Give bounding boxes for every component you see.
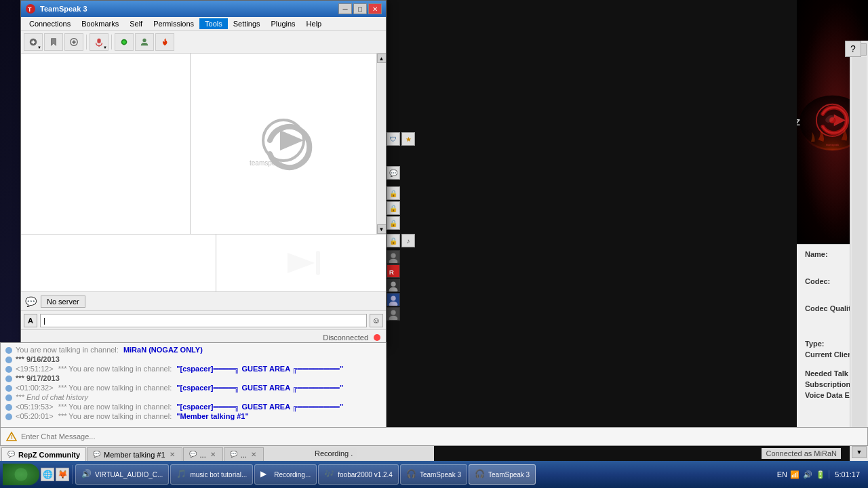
chat-channel-6: "[cspacer]════╗ GUEST AREA ╔════════" bbox=[176, 403, 343, 411]
server-icon: 💬 bbox=[25, 296, 37, 307]
tab-close-3[interactable]: ✕ bbox=[209, 451, 217, 459]
input-bar: A ☺ bbox=[21, 311, 386, 330]
avatar-5 bbox=[387, 307, 400, 321]
ts-lower bbox=[21, 235, 386, 292]
menu-connections[interactable]: Connections bbox=[24, 18, 76, 29]
systray-volume[interactable]: 🔊 bbox=[802, 469, 813, 480]
svg-text:teamspeak: teamspeak bbox=[250, 159, 283, 167]
warning-icon: ! bbox=[6, 431, 17, 442]
avatar-4 bbox=[387, 293, 400, 306]
taskbar-label-virtual-audio: VIRTUAL_AUDIO_C... bbox=[95, 471, 163, 479]
taskbar-clock[interactable]: 5:01:17 bbox=[829, 470, 860, 479]
menu-settings[interactable]: Settings bbox=[228, 18, 266, 29]
chat-line-6: <05:19:53> *** You are now talking in ch… bbox=[5, 403, 382, 411]
avatar-2: R bbox=[387, 264, 400, 278]
chat-channel-4: "[cspacer]════╗ GUEST AREA ╔════════" bbox=[176, 384, 343, 392]
user-list-btn[interactable] bbox=[135, 33, 154, 51]
taskbar-btn-virtual-audio[interactable]: 🔊 VIRTUAL_AUDIO_C... bbox=[75, 464, 169, 485]
tab-close-member[interactable]: ✕ bbox=[168, 451, 176, 459]
connect-btn[interactable] bbox=[24, 33, 43, 51]
chat-message-input[interactable] bbox=[21, 432, 862, 441]
taskbar-label-ts3-1: TeamSpeak 3 bbox=[420, 471, 461, 479]
tab-icon-rep-z: 💬 bbox=[7, 451, 16, 459]
menu-permissions[interactable]: Permissions bbox=[148, 18, 199, 29]
scroll-track[interactable] bbox=[377, 63, 386, 224]
chat-text-4: *** You are now talking in channel: bbox=[58, 384, 172, 392]
taskbar-btn-recording[interactable]: ▶ Recording... bbox=[254, 464, 317, 485]
taskbar-btn-ts3-2[interactable]: 🎧 TeamSpeak 3 bbox=[469, 464, 536, 485]
svg-text:!: ! bbox=[11, 434, 13, 441]
taskbar-ie-icon[interactable]: 🌐 bbox=[41, 468, 54, 481]
svg-point-21 bbox=[391, 310, 395, 315]
tab-rep-z-community[interactable]: 💬 RepZ Community bbox=[1, 447, 86, 461]
virtual-audio-icon: 🔊 bbox=[81, 469, 92, 480]
music-bot-icon: 🎵 bbox=[176, 469, 187, 480]
text-style-btn[interactable]: A bbox=[24, 314, 37, 327]
tab-member-talking[interactable]: 💬 Member talking #1 ✕ bbox=[87, 447, 182, 461]
menu-plugins[interactable]: Plugins bbox=[266, 18, 301, 29]
svg-point-38 bbox=[5, 366, 12, 373]
menu-bar: Connections Bookmarks Self Permissions T… bbox=[21, 17, 386, 30]
systray-locale[interactable]: EN bbox=[776, 469, 787, 480]
right-scroll-track bbox=[852, 57, 867, 445]
taskbar-btn-foobar[interactable]: 🎶 foobar2000 v1.2.4 bbox=[318, 464, 399, 485]
tab-4[interactable]: 💬 ... ✕ bbox=[224, 447, 264, 461]
record-btn[interactable] bbox=[115, 33, 134, 51]
fire-btn[interactable] bbox=[155, 33, 174, 51]
music-icon[interactable]: ♪ bbox=[401, 234, 415, 247]
start-button[interactable] bbox=[3, 464, 39, 485]
chat-channel-2: "[cspacer]════╗ GUEST AREA ╔════════" bbox=[176, 365, 343, 373]
right-scroll-down[interactable]: ▼ bbox=[852, 446, 867, 458]
menu-self[interactable]: Self bbox=[124, 18, 148, 29]
user-area: teamspeak bbox=[191, 54, 376, 234]
tab-label-4: ... bbox=[241, 451, 247, 459]
connected-as-label: Connected as MiRaN bbox=[762, 448, 841, 459]
scroll-down[interactable]: ▼ bbox=[377, 224, 387, 234]
menu-bookmarks[interactable]: Bookmarks bbox=[76, 18, 124, 29]
recording-bar: Recording . bbox=[311, 448, 357, 459]
shield-icon[interactable]: 🛡 bbox=[387, 132, 400, 146]
tab-bar: 💬 RepZ Community 💬 Member talking #1 ✕ 💬… bbox=[0, 446, 434, 461]
smiley-btn[interactable]: ☺ bbox=[370, 314, 383, 327]
message-input[interactable] bbox=[40, 314, 367, 327]
svg-point-18 bbox=[391, 296, 395, 301]
chat-date-3: *** 9/17/2013 bbox=[5, 374, 382, 383]
chat-text-7: *** You are now talking in channel: bbox=[58, 412, 172, 420]
lock-icon-2[interactable]: 🔒 bbox=[387, 201, 400, 215]
maximize-button[interactable]: □ bbox=[353, 3, 367, 14]
chat-icon[interactable]: 💬 bbox=[387, 166, 400, 180]
taskbar-right: EN 📶 🔊 🔋 5:01:17 bbox=[771, 469, 865, 480]
tab-label-3: ... bbox=[200, 451, 206, 459]
menu-help[interactable]: Help bbox=[301, 18, 328, 29]
taskbar-btn-ts3-1[interactable]: 🎧 TeamSpeak 3 bbox=[400, 464, 467, 485]
recording-icon: ▶ bbox=[260, 469, 271, 480]
chat-time-4: <01:00:32> bbox=[16, 384, 54, 392]
taskbar-firefox-icon[interactable]: 🦊 bbox=[56, 468, 69, 481]
tab-close-4[interactable]: ✕ bbox=[250, 451, 258, 459]
window-title: TeamSpeak 3 bbox=[40, 5, 338, 13]
taskbar-label-ts3-2: TeamSpeak 3 bbox=[488, 471, 530, 479]
minimize-button[interactable]: ─ bbox=[338, 3, 352, 14]
systray-network: 📶 bbox=[789, 469, 800, 480]
lock-icon-3[interactable]: 🔒 bbox=[387, 216, 400, 230]
lock-icon-1[interactable]: 🔒 bbox=[387, 186, 400, 200]
lock-music-icon[interactable]: 🔒 bbox=[387, 234, 400, 247]
chat-time-7: <05:20:01> bbox=[16, 412, 54, 420]
svg-point-31 bbox=[142, 38, 146, 41]
menu-tools[interactable]: Tools bbox=[199, 18, 228, 29]
new-server-btn[interactable] bbox=[64, 33, 83, 51]
bookmark-btn[interactable] bbox=[44, 33, 63, 51]
svg-point-36 bbox=[5, 347, 12, 354]
ts-window: T TeamSpeak 3 ─ □ ✕ Connections Bookmark… bbox=[20, 0, 387, 346]
clock-time: 5:01:17 bbox=[835, 470, 860, 479]
taskbar-btn-music-bot[interactable]: 🎵 music bot tutorial... bbox=[170, 464, 253, 485]
close-button[interactable]: ✕ bbox=[368, 3, 382, 14]
scroll-up[interactable]: ▲ bbox=[377, 54, 387, 63]
server-name-badge[interactable]: No server bbox=[41, 296, 85, 308]
mute-btn[interactable] bbox=[90, 33, 108, 51]
toolbar-sep-1 bbox=[86, 35, 87, 49]
ts-upper: teamspeak ▲ ▼ bbox=[21, 54, 386, 235]
tab-3[interactable]: 💬 ... ✕ bbox=[183, 447, 223, 461]
star-icon[interactable]: ★ bbox=[401, 132, 415, 146]
help-icon[interactable]: ? bbox=[845, 41, 861, 57]
